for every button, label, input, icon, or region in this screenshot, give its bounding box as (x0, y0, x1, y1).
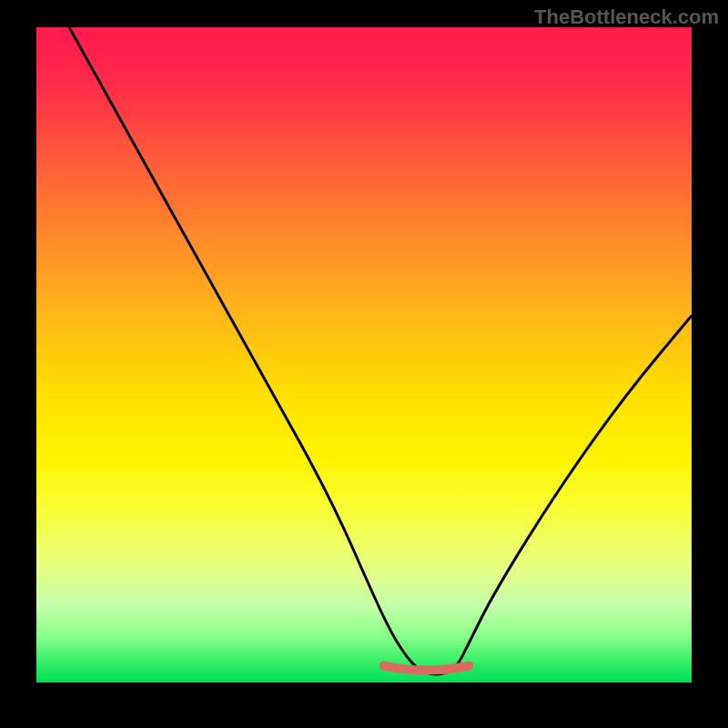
chart-svg (36, 27, 692, 682)
watermark-text: TheBottleneck.com (534, 5, 719, 29)
bottleneck-curve-path (69, 27, 692, 674)
chart-plot-area (36, 27, 692, 682)
bottom-marker-path (384, 666, 470, 671)
